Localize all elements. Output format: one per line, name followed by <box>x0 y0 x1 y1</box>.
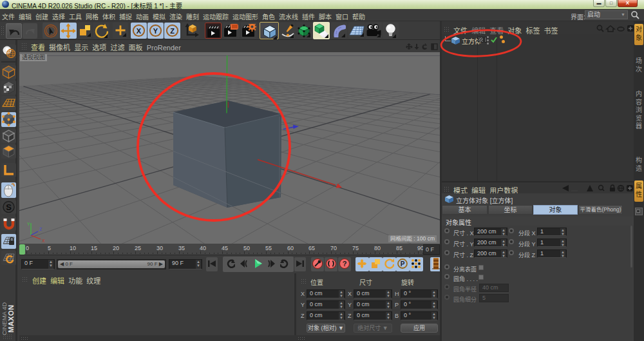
svg-text:Y: Y <box>153 27 158 35</box>
svg-text:X: X <box>137 27 142 35</box>
svg-text:S: S <box>6 202 12 212</box>
svg-text:X: X <box>42 239 45 243</box>
svg-text:P: P <box>401 260 405 268</box>
svg-text:?: ? <box>343 260 347 268</box>
svg-text:Z: Z <box>170 27 175 35</box>
svg-text:Z: Z <box>39 227 43 231</box>
svg-text:Y: Y <box>27 222 30 226</box>
